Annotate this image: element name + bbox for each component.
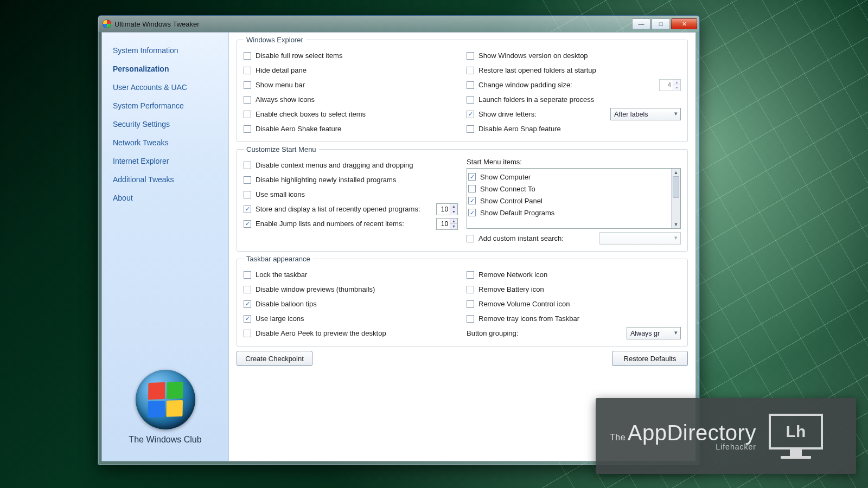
- chk-restore-last-folders[interactable]: [467, 67, 474, 74]
- chk-remove-network-icon[interactable]: [467, 271, 474, 279]
- chk-label: Disable highlighting newly installed pro…: [256, 176, 396, 184]
- spin-recent-programs[interactable]: ▲▼: [436, 203, 458, 215]
- spin-jumplist-input[interactable]: [437, 219, 450, 229]
- chk-launch-separate-process[interactable]: [467, 96, 474, 104]
- chk-label: Disable full row select items: [256, 52, 342, 60]
- legend-taskbar: Taskbar appearance: [244, 255, 313, 263]
- watermark-title: AppDirectory: [628, 421, 756, 445]
- create-checkpoint-button[interactable]: Create Checkpoint: [237, 351, 312, 366]
- chk-disable-highlight-new[interactable]: [244, 176, 251, 184]
- chk-disable-full-row[interactable]: [244, 52, 251, 60]
- scroll-up-icon[interactable]: ▲: [672, 169, 680, 176]
- sidebar-item-additional-tweaks[interactable]: Additional Tweaks: [102, 170, 228, 189]
- chk-label: Disable Aero Shake feature: [256, 125, 341, 133]
- sidebar: System Information Personalization User …: [102, 33, 229, 461]
- chk-show-drive-letters[interactable]: [467, 111, 474, 118]
- listbox-scrollbar[interactable]: ▲ ▼: [671, 169, 680, 228]
- spin-recent-programs-input[interactable]: [437, 204, 450, 215]
- chk-disable-balloon-tips[interactable]: [244, 300, 251, 308]
- sidebar-item-system-performance[interactable]: System Performance: [102, 97, 228, 115]
- windows-orb-icon: [136, 370, 195, 429]
- sidebar-item-system-information[interactable]: System Information: [102, 41, 228, 60]
- chk-label: Remove Volume Control icon: [478, 300, 570, 308]
- nav-list: System Information Personalization User …: [102, 39, 228, 209]
- chk-use-small-icons[interactable]: [244, 191, 251, 198]
- monitor-screen-icon: Lh: [769, 414, 823, 450]
- sidebar-item-security-settings[interactable]: Security Settings: [102, 115, 228, 133]
- chk-store-recent-programs[interactable]: [244, 206, 251, 213]
- chk-remove-volume-icon[interactable]: [467, 300, 474, 308]
- scroll-down-icon[interactable]: ▼: [672, 221, 680, 228]
- close-button[interactable]: ✕: [671, 18, 697, 29]
- titlebar[interactable]: Ultimate Windows Tweaker — □ ✕: [98, 16, 699, 32]
- window-title: Ultimate Windows Tweaker: [114, 20, 200, 28]
- chk-sm-show-control-panel[interactable]: [468, 197, 476, 204]
- spin-padding-input[interactable]: [660, 80, 673, 91]
- chk-disable-context-drag[interactable]: [244, 162, 251, 169]
- chk-label: Store and display a list of recently ope…: [256, 205, 432, 213]
- chk-add-custom-instant-search[interactable]: [467, 235, 474, 242]
- chk-label: Use small icons: [256, 190, 305, 198]
- app-icon: [103, 20, 111, 28]
- chk-remove-tray-icons[interactable]: [467, 315, 474, 323]
- chk-disable-aero-snap[interactable]: [467, 125, 474, 133]
- legend-start-menu: Customize Start Menu: [244, 145, 319, 153]
- windows-flag-icon: [148, 382, 183, 418]
- chk-always-show-icons[interactable]: [244, 96, 251, 104]
- minimize-button[interactable]: —: [632, 18, 650, 29]
- spin-padding-size[interactable]: ▲▼: [659, 79, 681, 91]
- chk-sm-show-default-programs[interactable]: [468, 209, 476, 216]
- chk-disable-aero-peek[interactable]: [244, 330, 251, 337]
- sidebar-item-internet-explorer[interactable]: Internet Explorer: [102, 152, 228, 170]
- watermark-text: The AppDirectory Lifehacker: [610, 421, 756, 451]
- watermark-the: The: [610, 433, 626, 442]
- chk-label: Always show icons: [256, 95, 315, 104]
- chk-lock-taskbar[interactable]: [244, 271, 251, 279]
- group-start-menu: Customize Start Menu Disable context men…: [237, 145, 688, 252]
- app-directory-watermark: The AppDirectory Lifehacker Lh: [596, 398, 856, 474]
- chk-disable-aero-shake[interactable]: [244, 125, 251, 133]
- chk-label: Remove Battery icon: [478, 285, 544, 293]
- chk-label: Show Computer: [480, 173, 531, 181]
- chk-show-menu-bar[interactable]: [244, 81, 251, 89]
- sidebar-item-personalization[interactable]: Personalization: [102, 60, 228, 78]
- group-windows-explorer: Windows Explorer Disable full row select…: [237, 36, 688, 142]
- select-button-grouping[interactable]: Always gr: [627, 327, 681, 339]
- chk-label: Disable context menus and dragging and d…: [256, 161, 413, 169]
- chk-label: Show Windows version on desktop: [478, 52, 588, 60]
- chk-label: Show drive letters:: [478, 110, 606, 118]
- chk-sm-show-computer[interactable]: [468, 173, 476, 181]
- chk-enable-jumplists[interactable]: [244, 220, 251, 228]
- chk-label: Enable check boxes to select items: [256, 110, 366, 118]
- chk-label: Remove tray icons from Taskbar: [478, 314, 579, 323]
- button-grouping-label: Button grouping:: [467, 329, 622, 337]
- chk-label: Show Control Panel: [480, 197, 542, 205]
- sidebar-item-about[interactable]: About: [102, 189, 228, 207]
- chk-change-padding[interactable]: [467, 81, 474, 89]
- spin-jumplist-items[interactable]: ▲▼: [436, 218, 458, 230]
- chk-label: Disable Aero Snap feature: [478, 125, 561, 133]
- chk-use-large-icons[interactable]: [244, 315, 251, 323]
- chk-label: Restore last opened folders at startup: [478, 66, 596, 74]
- chk-enable-checkboxes[interactable]: [244, 111, 251, 118]
- chk-label: Enable Jump lists and numbers of recent …: [256, 220, 432, 228]
- client-area: System Information Personalization User …: [101, 32, 696, 461]
- listbox-start-menu-items[interactable]: Show Computer Show Connect To Show Contr…: [467, 168, 681, 229]
- chk-sm-show-connect-to[interactable]: [468, 185, 476, 192]
- chk-show-win-version[interactable]: [467, 52, 474, 60]
- maximize-button[interactable]: □: [652, 18, 670, 29]
- chk-label: Hide detail pane: [256, 66, 307, 74]
- window-buttons: — □ ✕: [632, 18, 697, 29]
- restore-defaults-button[interactable]: Restore Defaults: [612, 351, 688, 366]
- start-menu-items-header: Start Menu items:: [467, 158, 681, 166]
- chk-remove-battery-icon[interactable]: [467, 286, 474, 293]
- chk-disable-previews[interactable]: [244, 286, 251, 293]
- chk-label: Show Connect To: [480, 185, 535, 193]
- chk-hide-detail-pane[interactable]: [244, 67, 251, 74]
- select-instant-search[interactable]: [599, 232, 681, 245]
- legend-windows-explorer: Windows Explorer: [244, 36, 306, 44]
- scroll-thumb[interactable]: [673, 176, 679, 198]
- sidebar-item-network-tweaks[interactable]: Network Tweaks: [102, 133, 228, 152]
- sidebar-item-user-accounts-uac[interactable]: User Accounts & UAC: [102, 78, 228, 97]
- select-drive-letter-position[interactable]: After labels: [610, 108, 681, 120]
